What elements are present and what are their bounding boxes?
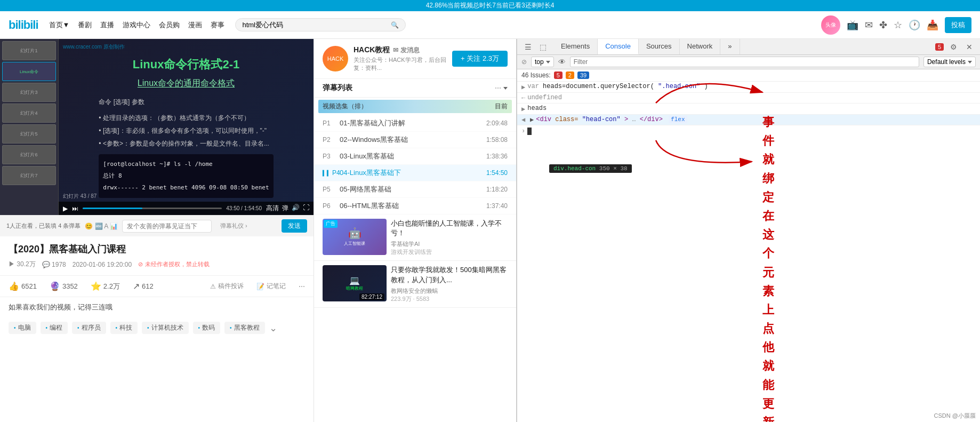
tag-cs[interactable]: •计算机技术 (142, 322, 189, 334)
notification-icon[interactable]: 📺 (847, 19, 858, 31)
thumb-5[interactable]: 幻灯片5 (2, 124, 56, 144)
playlist-item-p3[interactable]: P3 03-Linux黑客基础 1:38:36 (314, 148, 516, 165)
playlist-item-p2[interactable]: P2 02--Windows黑客基础 1:58:08 (314, 132, 516, 148)
dynamic-icon[interactable]: ✤ (879, 19, 887, 31)
nav-home[interactable]: 首页▼ (49, 20, 70, 30)
tag-digital[interactable]: •数码 (193, 322, 221, 334)
playlist-item-p4[interactable]: ▍▍ P4 04-Linux黑客基础下 1:54:50 (314, 165, 516, 181)
console-line-4[interactable]: ◀ ▶ <div class= "head-con" > … </div> fl… (517, 115, 980, 125)
thumb-3[interactable]: 幻灯片3 (2, 83, 56, 102)
slide-content: 命令 [选项] 参数 • 处理目录的选项：（参数）格式通常为（多个不可） • [… (99, 95, 273, 198)
volume-btn[interactable]: 🔊 (292, 204, 300, 213)
tab-console[interactable]: Console (598, 39, 639, 54)
nav-manga[interactable]: 漫画 (188, 20, 202, 30)
tab-more[interactable]: » (720, 39, 740, 54)
favorite-icon[interactable]: ☆ (894, 19, 902, 31)
playlist-dots[interactable]: ⋯ (495, 84, 501, 92)
coin-button[interactable]: 🔮 3352 (50, 281, 78, 291)
rec-video-2[interactable]: 💻 暗网教程 82:27:12 只要你敢学我就敢发！500集暗网黑客教程，从入门… (314, 261, 516, 307)
search-icon[interactable]: 🔍 (391, 21, 399, 29)
like-button[interactable]: 👍 6521 (9, 281, 37, 291)
issues-label: 46 Issues: (521, 71, 551, 79)
rec-tag-1: 游戏开发训练营 (391, 248, 508, 256)
playlist-item-p6[interactable]: P6 06--HTML黑客基础 1:37:40 (314, 198, 516, 214)
playlist-chevron[interactable] (503, 87, 508, 90)
send-danmaku-button[interactable]: 发送 (282, 219, 307, 233)
video-meta: ▶ 30.2万 💬 1978 2020-01-06 19:20:00 ⊘ 未经作… (9, 260, 305, 269)
console-input-line[interactable]: › (517, 125, 980, 137)
devtools-settings-icon[interactable]: ⚙ (947, 41, 960, 53)
expand-arrow-4[interactable]: ▶ (530, 116, 534, 124)
expand-icon-3[interactable]: ▶ (521, 105, 525, 113)
devtools-toggle-icon[interactable]: ☰ (521, 41, 534, 53)
tag-tech[interactable]: •科技 (110, 322, 138, 334)
issues-info-badge[interactable]: 39 (577, 71, 589, 79)
favorite-button[interactable]: ⭐ 2.2万 (91, 281, 120, 291)
thumb-7[interactable]: 幻灯片7 (2, 166, 56, 185)
nav-events[interactable]: 赛事 (211, 20, 224, 30)
tag-computer[interactable]: •电脑 (9, 322, 36, 334)
block-icon[interactable]: ⊘ (521, 58, 527, 66)
creator-avatar[interactable]: HACK (323, 46, 348, 71)
rec-video-1[interactable]: 🤖 人工智能课 广告 小白也能听懂的人工智能课，入学不亏！ 零基础学AI 游戏开… (314, 214, 516, 261)
danmaku-ceremony[interactable]: 弹幕礼仪 › (220, 222, 247, 230)
tag-hacker[interactable]: •黑客教程 (224, 322, 265, 334)
tag-programmer[interactable]: •程序员 (72, 322, 106, 334)
thumb-6[interactable]: 幻灯片6 (2, 145, 56, 164)
issues-error-badge[interactable]: 5 (554, 71, 563, 79)
eye-icon[interactable]: 👁 (558, 58, 566, 66)
progress-track[interactable] (83, 208, 222, 209)
follow-button[interactable]: + 关注 2.3万 (452, 51, 508, 67)
nav-vip[interactable]: 会员购 (159, 20, 180, 30)
danmaku-input[interactable] (122, 220, 212, 233)
filter-input[interactable] (570, 57, 919, 67)
tab-elements[interactable]: Elements (553, 39, 598, 54)
expand-icon-1[interactable]: ▶ (521, 83, 525, 91)
devtools-toolbar: ⊘ top 👁 Default levels (517, 55, 980, 69)
playlist-item-p5[interactable]: P5 05-网络黑客基础 1:18:20 (314, 181, 516, 198)
default-levels-label: Default levels (927, 58, 966, 66)
tags-more-button[interactable]: ⌄ (269, 322, 277, 334)
playlist-item-p1[interactable]: P1 01-黑客基础入门讲解 2:09:48 (314, 115, 516, 132)
rec-thumb-2: 💻 暗网教程 82:27:12 (323, 265, 387, 301)
tab-network[interactable]: Network (680, 39, 721, 54)
nav-game[interactable]: 游戏中心 (123, 20, 150, 30)
thumb-4[interactable]: 幻灯片4 (2, 103, 56, 123)
more-button[interactable]: ⋯ (299, 283, 305, 290)
avatar[interactable]: 头像 (821, 15, 840, 35)
item-duration-p5: 1:18:20 (486, 186, 508, 193)
danmaku-toggle[interactable]: 弹 (282, 204, 288, 213)
nav-drama[interactable]: 番剧 (78, 20, 92, 30)
share-button[interactable]: ↗ 612 (133, 281, 154, 291)
history-icon[interactable]: 🕐 (909, 19, 920, 31)
next-btn[interactable]: ⏭ (72, 205, 78, 212)
logo[interactable]: bilibili (9, 18, 38, 32)
console-line-1[interactable]: ▶ var heads=document.querySelector( ".he… (517, 82, 980, 93)
console-line-2[interactable]: ← undefined (517, 93, 980, 103)
report-button[interactable]: ⚠ 稿件投诉 (210, 282, 244, 291)
default-levels-selector[interactable]: Default levels (923, 57, 976, 67)
share-count: 612 (142, 282, 154, 290)
note-button[interactable]: 📝 记笔记 (256, 282, 286, 291)
play-pause-btn[interactable]: ▶ (63, 205, 68, 212)
thumb-1[interactable]: 幻灯片1 (2, 41, 56, 60)
console-line-3[interactable]: ▶ heads (517, 103, 980, 115)
issues-warn-badge[interactable]: 2 (566, 71, 574, 79)
devtools-inspect-icon[interactable]: ⬚ (536, 41, 549, 53)
message-icon[interactable]: ✉ (865, 19, 873, 31)
video-select-bar[interactable]: 视频选集（排） 目前 (318, 100, 512, 113)
video-player[interactable]: 幻灯片1 Linux命令 幻灯片3 幻灯片4 幻灯片5 (0, 39, 314, 215)
tab-sources[interactable]: Sources (639, 39, 680, 54)
upload-button[interactable]: 投稿 (945, 17, 971, 33)
rec-title-2: 只要你敢学我就敢发！500集暗网黑客教程，从入门到入... (391, 265, 508, 284)
context-selector[interactable]: top (531, 57, 554, 67)
nav-live[interactable]: 直播 (100, 20, 114, 30)
download-icon[interactable]: 📥 (927, 19, 938, 31)
devtools-close-icon[interactable]: ✕ (963, 41, 976, 53)
fullscreen-btn[interactable]: ⛶ (303, 204, 309, 213)
tag-coding[interactable]: •编程 (41, 322, 68, 334)
send-msg-btn[interactable]: ✉ 发消息 (393, 46, 419, 55)
search-input[interactable] (242, 21, 391, 29)
thumb-active[interactable]: Linux命令 (2, 62, 56, 81)
quality-btn[interactable]: 高清 (266, 204, 279, 213)
